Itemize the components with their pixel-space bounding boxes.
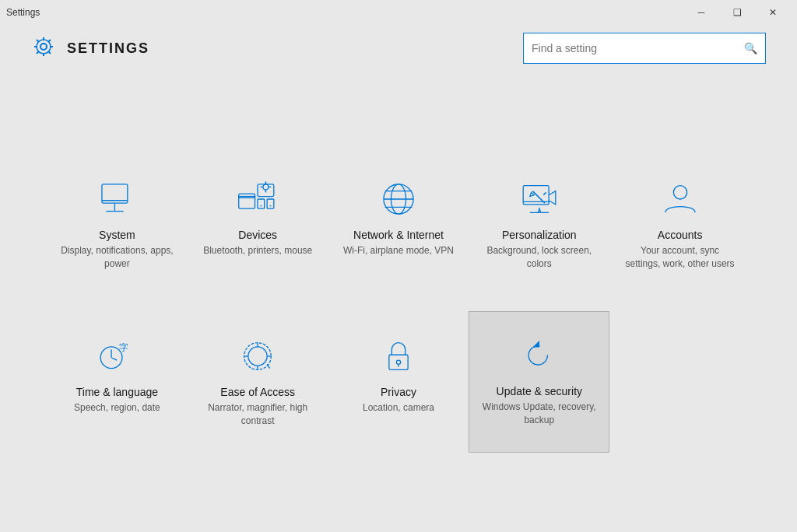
- svg-rect-7: [239, 197, 255, 198]
- system-icon: [93, 179, 140, 219]
- svg-line-29: [111, 358, 117, 360]
- setting-desc-update: Windows Update, recovery, backup: [481, 401, 597, 427]
- setting-item-devices[interactable]: Devices Bluetooth, printers, mouse: [188, 154, 328, 296]
- setting-name-time: Time & language: [76, 386, 158, 398]
- header-title: SETTINGS: [67, 40, 149, 57]
- search-input[interactable]: [532, 42, 744, 54]
- svg-point-26: [673, 186, 686, 199]
- search-icon: 🔍: [744, 42, 757, 54]
- devices-icon: [234, 179, 281, 219]
- title-bar-text: Settings: [6, 7, 40, 18]
- svg-rect-38: [389, 355, 408, 369]
- setting-item-ease[interactable]: Ease of Access Narrator, magnifier, high…: [188, 311, 328, 453]
- header-left: SETTINGS: [31, 34, 149, 62]
- header: SETTINGS 🔍: [0, 25, 797, 75]
- search-box[interactable]: 🔍: [523, 33, 766, 64]
- setting-item-network[interactable]: Network & Internet Wi-Fi, airplane mode,…: [328, 154, 469, 296]
- setting-name-devices: Devices: [238, 229, 277, 241]
- setting-desc-privacy: Location, camera: [363, 401, 434, 415]
- setting-name-update: Update & security: [497, 385, 583, 397]
- setting-name-system: System: [99, 229, 135, 241]
- setting-desc-ease: Narrator, magnifier, high contrast: [201, 401, 315, 428]
- svg-rect-9: [258, 199, 265, 208]
- setting-item-update[interactable]: Update & security Windows Update, recove…: [469, 311, 609, 453]
- maximize-button[interactable]: ❑: [719, 0, 755, 25]
- network-icon: [375, 179, 422, 219]
- svg-point-0: [40, 44, 47, 50]
- svg-point-13: [263, 184, 269, 190]
- setting-item-privacy[interactable]: Privacy Location, camera: [328, 311, 469, 453]
- title-bar: Settings ─ ❑ ✕: [0, 0, 797, 25]
- ease-icon: [234, 336, 281, 376]
- privacy-icon: [375, 336, 422, 376]
- svg-rect-10: [267, 199, 274, 208]
- personalization-icon: [516, 179, 563, 219]
- setting-desc-system: Display, notifications, apps, power: [60, 244, 174, 271]
- title-bar-left: Settings: [6, 7, 40, 18]
- settings-row-1: System Display, notifications, apps, pow…: [47, 154, 750, 296]
- setting-name-personalization: Personalization: [502, 229, 577, 241]
- setting-item-time[interactable]: 字 Time & language Speech, region, date: [47, 311, 188, 453]
- title-bar-controls: ─ ❑ ✕: [683, 0, 791, 25]
- setting-item-accounts[interactable]: Accounts Your account, sync settings, wo…: [609, 154, 750, 296]
- svg-point-39: [396, 360, 400, 364]
- setting-name-privacy: Privacy: [381, 386, 416, 398]
- setting-item-empty: [609, 311, 750, 453]
- gear-icon: [31, 34, 56, 62]
- update-icon: [516, 335, 563, 376]
- close-button[interactable]: ✕: [755, 0, 791, 25]
- svg-point-32: [248, 347, 267, 366]
- accounts-icon: [657, 179, 704, 219]
- setting-desc-devices: Bluetooth, printers, mouse: [203, 244, 312, 257]
- setting-name-ease: Ease of Access: [220, 386, 295, 398]
- setting-desc-personalization: Background, lock screen, colors: [482, 244, 596, 271]
- setting-name-network: Network & Internet: [353, 229, 444, 241]
- svg-text:字: 字: [120, 342, 129, 353]
- setting-desc-network: Wi-Fi, airplane mode, VPN: [343, 244, 454, 257]
- setting-item-personalization[interactable]: Personalization Background, lock screen,…: [469, 154, 609, 296]
- setting-desc-accounts: Your account, sync settings, work, other…: [623, 244, 737, 271]
- setting-name-accounts: Accounts: [658, 229, 703, 241]
- setting-desc-time: Speech, region, date: [74, 401, 160, 415]
- main-content: System Display, notifications, apps, pow…: [0, 75, 797, 532]
- minimize-button[interactable]: ─: [683, 0, 719, 25]
- time-icon: 字: [93, 336, 140, 376]
- setting-item-system[interactable]: System Display, notifications, apps, pow…: [47, 154, 188, 296]
- svg-point-1: [37, 40, 51, 54]
- settings-row-2: 字 Time & language Speech, region, date E…: [47, 311, 750, 453]
